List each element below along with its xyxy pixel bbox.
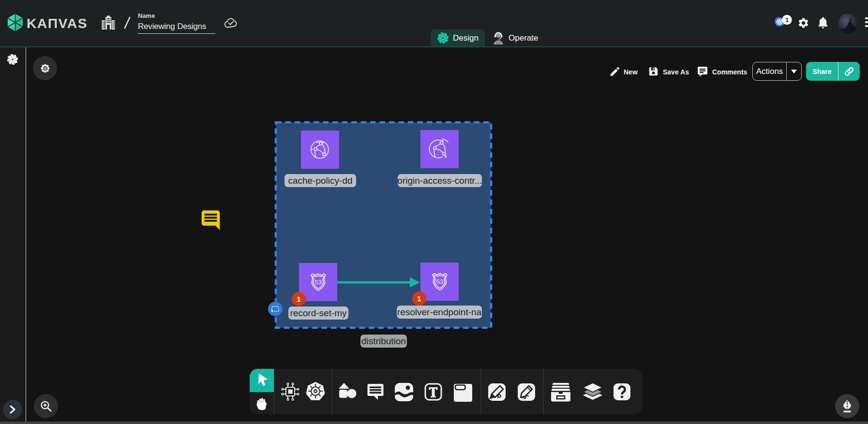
svg-text:1: 1 — [785, 16, 789, 24]
svg-text:53: 53 — [315, 278, 322, 286]
svg-text:53: 53 — [436, 278, 443, 285]
svg-text:KAΠVAS: KAΠVAS — [27, 16, 88, 31]
